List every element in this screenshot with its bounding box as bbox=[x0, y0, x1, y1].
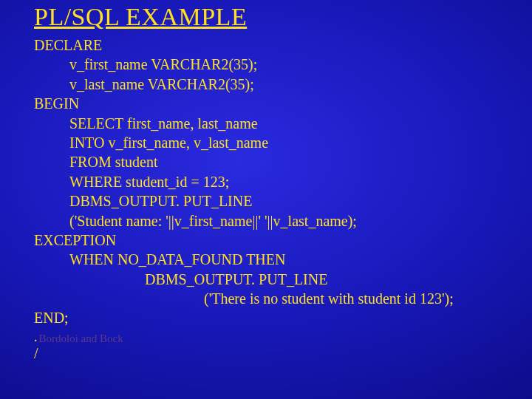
code-line: END; bbox=[34, 308, 532, 327]
code-line: SELECT first_name, last_name bbox=[69, 114, 532, 133]
slide: PL/SQL EXAMPLE DECLARE v_first_name VARC… bbox=[0, 0, 532, 362]
code-line: DBMS_OUTPUT. PUT_LINE bbox=[145, 270, 532, 289]
code-line: ('Student name: '||v_first_name||' '||v_… bbox=[69, 211, 532, 231]
code-line: FROM student bbox=[69, 152, 532, 171]
slide-footer: .Bordoloi and Bock bbox=[34, 332, 532, 345]
footer-text: Bordoloi and Bock bbox=[39, 332, 123, 344]
code-line: v_first_name VARCHAR2(35); bbox=[69, 55, 532, 74]
code-line: BEGIN bbox=[34, 94, 532, 113]
code-line: INTO v_first_name, v_last_name bbox=[69, 133, 532, 152]
code-slash: / bbox=[34, 345, 532, 362]
code-block: DECLARE v_first_name VARCHAR2(35); v_las… bbox=[34, 35, 532, 328]
slide-title: PL/SQL EXAMPLE bbox=[34, 3, 532, 31]
code-line: EXCEPTION bbox=[34, 231, 532, 250]
code-line: v_last_name VARCHAR2(35); bbox=[69, 75, 532, 94]
code-line: ('There is no student with student id 12… bbox=[204, 289, 532, 308]
code-line: DBMS_OUTPUT. PUT_LINE bbox=[69, 191, 532, 211]
code-line: DECLARE bbox=[34, 35, 532, 55]
code-line: WHEN NO_DATA_FOUND THEN bbox=[69, 250, 532, 269]
code-line: WHERE student_id = 123; bbox=[69, 172, 532, 191]
code-period: . bbox=[34, 332, 38, 341]
